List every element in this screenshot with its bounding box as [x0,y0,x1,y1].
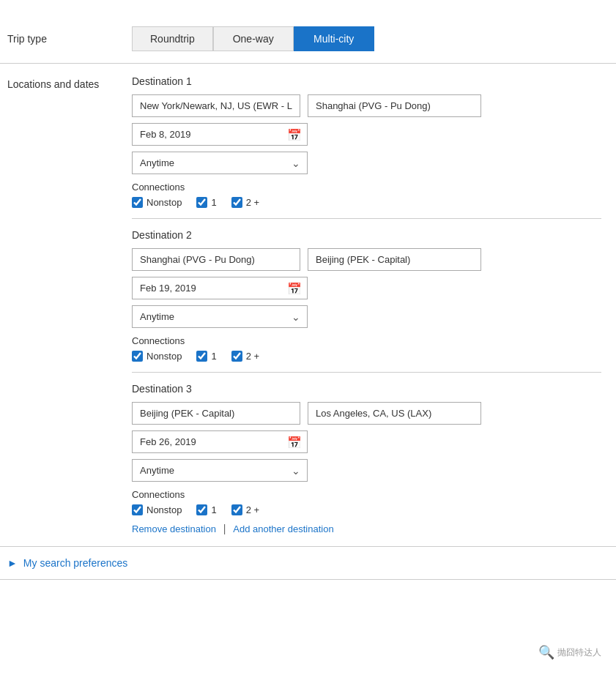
destination-2-one-label: 1 [211,351,216,362]
destination-1-date-row: 📅 [132,123,308,146]
destination-1-flight-row [132,94,601,117]
locations-dates-section: Locations and dates Destination 1 📅 Anyt… [0,64,616,547]
destination-1-date[interactable] [132,123,308,146]
destination-3-connections-row: Nonstop 1 2 + [132,504,601,515]
destination-2-twoplus-label: 2 + [246,351,259,362]
watermark-icon: 🔍 [538,644,554,660]
destination-2-twoplus-checkbox[interactable] [231,351,242,362]
oneway-button[interactable]: One-way [213,26,294,51]
remove-destination-button[interactable]: Remove destination [132,523,216,534]
destination-links-row: Remove destination | Add another destina… [132,523,601,534]
destination-2-date-row: 📅 [132,277,308,299]
destination-1-title: Destination 1 [132,75,601,87]
destinations-content: Destination 1 📅 Anytime ⌄ Connections No… [132,75,616,534]
destination-3-nonstop-checkbox[interactable] [132,504,143,515]
destination-3-nonstop-item[interactable]: Nonstop [132,504,182,515]
destination-1-connections-label: Connections [132,182,601,193]
destination-3-from[interactable] [132,402,300,425]
destination-2-one-item[interactable]: 1 [196,351,216,362]
destination-3-to[interactable] [308,402,481,425]
destination-3-one-item[interactable]: 1 [196,504,216,515]
destination-2-time-select[interactable]: Anytime [132,305,308,328]
locations-dates-label: Locations and dates [0,75,132,534]
destination-3-date[interactable] [132,430,308,453]
dest-separator-1 [132,218,601,219]
destination-3-flight-row [132,402,601,425]
destination-3-title: Destination 3 [132,383,601,395]
add-destination-button[interactable]: Add another destination [233,523,333,534]
destination-2-time-wrapper: Anytime ⌄ [132,305,308,328]
destination-3-twoplus-item[interactable]: 2 + [231,504,259,515]
destination-1-one-label: 1 [211,197,216,208]
trip-type-label: Trip type [0,33,132,45]
multicity-button[interactable]: Multi-city [294,26,374,51]
destination-2-one-checkbox[interactable] [196,351,207,362]
roundtrip-button[interactable]: Roundtrip [132,26,213,51]
trip-type-buttons: Roundtrip One-way Multi-city [132,26,374,51]
destination-2-to[interactable] [308,248,481,271]
destination-2-flight-row [132,248,601,271]
destination-3-time-select[interactable]: Anytime [132,459,308,482]
destination-3-date-row: 📅 [132,430,308,453]
dest-separator-2 [132,372,601,373]
destination-1-time-wrapper: Anytime ⌄ [132,152,308,174]
destination-2-connections-label: Connections [132,335,601,346]
destination-1-nonstop-item[interactable]: Nonstop [132,197,182,208]
destination-3-twoplus-checkbox[interactable] [231,504,242,515]
destination-1-twoplus-item[interactable]: 2 + [231,197,259,208]
destination-2-twoplus-item[interactable]: 2 + [231,351,259,362]
destination-3-nonstop-label: Nonstop [146,504,182,515]
destination-1-block: Destination 1 📅 Anytime ⌄ Connections No… [132,75,601,208]
link-separator: | [223,523,226,534]
destination-2-block: Destination 2 📅 Anytime ⌄ Connections No… [132,229,601,362]
destination-1-nonstop-label: Nonstop [146,197,182,208]
destination-3-time-wrapper: Anytime ⌄ [132,459,308,482]
destination-2-from[interactable] [132,248,300,271]
destination-1-twoplus-checkbox[interactable] [231,197,242,208]
destination-2-title: Destination 2 [132,229,601,241]
destination-3-one-checkbox[interactable] [196,504,207,515]
preferences-arrow-icon: ► [7,557,18,569]
preferences-label[interactable]: My search preferences [23,557,127,569]
destination-1-from[interactable] [132,94,300,117]
destination-3-twoplus-label: 2 + [246,504,259,515]
preferences-section[interactable]: ► My search preferences [0,547,616,580]
watermark-text: 抛囧特达人 [557,646,601,659]
destination-2-nonstop-item[interactable]: Nonstop [132,351,182,362]
destination-1-connections-row: Nonstop 1 2 + [132,197,601,208]
destination-1-one-checkbox[interactable] [196,197,207,208]
destination-3-connections-label: Connections [132,489,601,500]
destination-3-one-label: 1 [211,504,216,515]
destination-1-to[interactable] [308,94,481,117]
destination-2-date[interactable] [132,277,308,299]
destination-2-nonstop-label: Nonstop [146,351,182,362]
destination-2-connections-row: Nonstop 1 2 + [132,351,601,362]
destination-1-one-item[interactable]: 1 [196,197,216,208]
watermark: 🔍 抛囧特达人 [538,644,601,660]
destination-1-nonstop-checkbox[interactable] [132,197,143,208]
destination-2-nonstop-checkbox[interactable] [132,351,143,362]
destination-1-twoplus-label: 2 + [246,197,259,208]
trip-type-section: Trip type Roundtrip One-way Multi-city [0,15,616,64]
destination-3-block: Destination 3 📅 Anytime ⌄ Connections No… [132,383,601,515]
destination-1-time-select[interactable]: Anytime [132,152,308,174]
